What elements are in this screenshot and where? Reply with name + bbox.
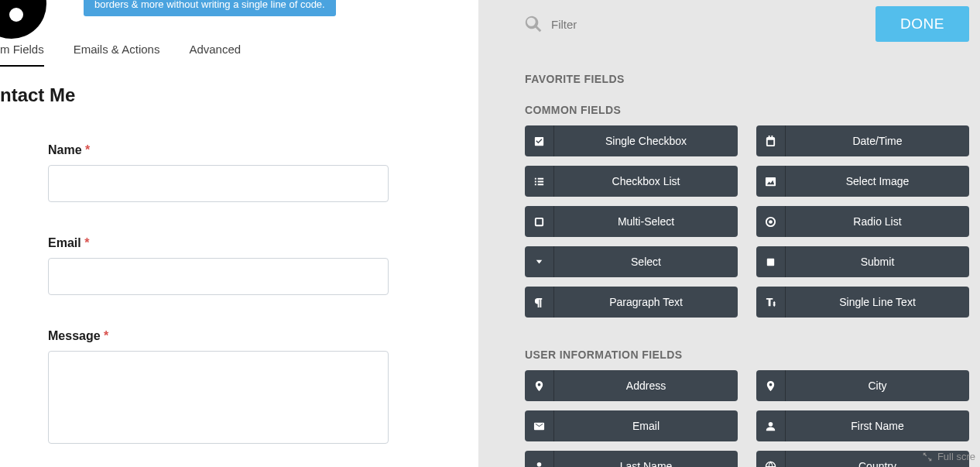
common-fields-heading: COMMON FIELDS xyxy=(525,104,969,116)
name-input[interactable] xyxy=(48,165,389,202)
user-icon xyxy=(525,451,554,467)
image-icon xyxy=(756,166,786,197)
user-info-fields-grid: AddressCityEmailFirst NameLast NameCount… xyxy=(525,370,969,467)
field-button-label: Multi-Select xyxy=(554,206,738,237)
user-field-button[interactable]: First Name xyxy=(756,410,969,441)
favorite-fields-heading: FAVORITE FIELDS xyxy=(525,73,969,85)
field-button-label: City xyxy=(786,370,969,401)
field-button-label: Last Name xyxy=(554,451,738,467)
common-fields-grid: Single CheckboxDate/TimeCheckbox ListSel… xyxy=(525,125,969,318)
field-button-label: Checkbox List xyxy=(554,166,738,197)
user-field-button[interactable]: Address xyxy=(525,370,738,401)
tab-emails-actions[interactable]: Emails & Actions xyxy=(74,35,160,67)
expand-icon xyxy=(922,452,933,462)
user-icon xyxy=(756,410,786,441)
squarefill-icon xyxy=(756,246,786,277)
common-field-button[interactable]: Date/Time xyxy=(756,125,969,156)
field-button-label: Single Checkbox xyxy=(554,125,738,156)
globe-icon xyxy=(756,451,786,467)
common-field-button[interactable]: Single Line Text xyxy=(756,287,969,318)
common-field-button[interactable]: Submit xyxy=(756,246,969,277)
email-label: Email * xyxy=(48,236,389,250)
user-info-fields-heading: USER INFORMATION FIELDS xyxy=(525,349,969,361)
para-icon xyxy=(525,287,554,318)
user-field-button[interactable]: Email xyxy=(525,410,738,441)
field-button-label: Paragraph Text xyxy=(554,287,738,318)
check-icon xyxy=(525,125,554,156)
marker-icon xyxy=(525,370,554,401)
field-button-label: First Name xyxy=(786,410,969,441)
app-logo xyxy=(0,0,46,39)
field-button-label: Radio List xyxy=(786,206,969,237)
calendar-icon xyxy=(756,125,786,156)
field-button-label: Address xyxy=(554,370,738,401)
promo-banner: borders & more without writing a single … xyxy=(84,0,336,16)
common-field-button[interactable]: Paragraph Text xyxy=(525,287,738,318)
email-input[interactable] xyxy=(48,258,389,295)
user-field-button[interactable]: City xyxy=(756,370,969,401)
search-icon xyxy=(525,15,542,33)
textheight-icon xyxy=(756,287,786,318)
field-button-label: Single Line Text xyxy=(786,287,969,318)
form-title[interactable]: ntact Me xyxy=(0,84,478,106)
field-button-label: Email xyxy=(554,410,738,441)
common-field-button[interactable]: Radio List xyxy=(756,206,969,237)
field-picker-panel: DONE FAVORITE FIELDS COMMON FIELDS Singl… xyxy=(478,0,980,467)
filter-input[interactable] xyxy=(551,18,706,31)
field-button-label: Select xyxy=(554,246,738,277)
field-button-label: Submit xyxy=(786,246,969,277)
editor-tabs: m Fields Emails & Actions Advanced xyxy=(0,35,478,67)
message-label: Message * xyxy=(48,329,389,343)
field-button-label: Select Image xyxy=(786,166,969,197)
name-label: Name * xyxy=(48,143,389,157)
common-field-button[interactable]: Multi-Select xyxy=(525,206,738,237)
common-field-button[interactable]: Single Checkbox xyxy=(525,125,738,156)
tab-form-fields[interactable]: m Fields xyxy=(0,35,44,67)
user-field-button[interactable]: Last Name xyxy=(525,451,738,467)
common-field-button[interactable]: Select xyxy=(525,246,738,277)
form-editor-panel: borders & more without writing a single … xyxy=(0,0,478,467)
chevdown-icon xyxy=(525,246,554,277)
common-field-button[interactable]: Select Image xyxy=(756,166,969,197)
marker-icon xyxy=(756,370,786,401)
square-icon xyxy=(525,206,554,237)
common-field-button[interactable]: Checkbox List xyxy=(525,166,738,197)
radio-icon xyxy=(756,206,786,237)
envelope-icon xyxy=(525,410,554,441)
done-button[interactable]: DONE xyxy=(875,6,969,42)
field-button-label: Date/Time xyxy=(786,125,969,156)
list-icon xyxy=(525,166,554,197)
form-body: Name * Email * Message * xyxy=(0,106,389,447)
message-input[interactable] xyxy=(48,351,389,444)
tab-advanced[interactable]: Advanced xyxy=(189,35,241,67)
fullscreen-toggle[interactable]: Full scre xyxy=(922,451,975,462)
